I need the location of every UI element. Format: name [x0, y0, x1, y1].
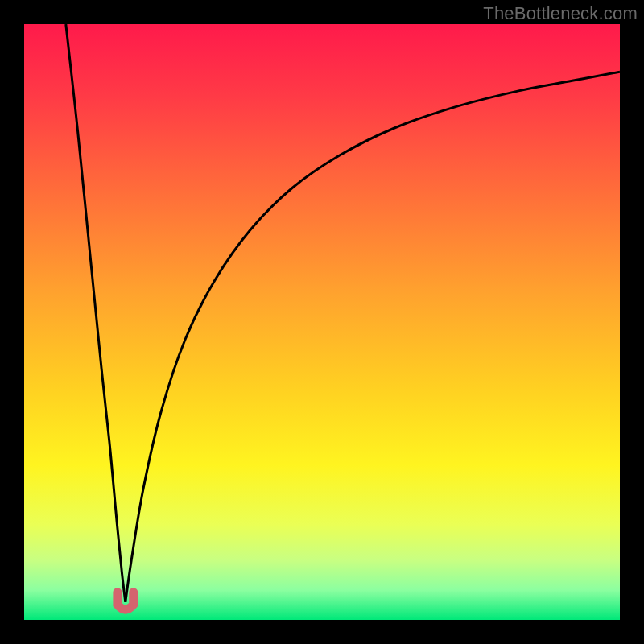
- watermark-text: TheBottleneck.com: [483, 3, 638, 24]
- outer-frame: TheBottleneck.com: [0, 0, 644, 644]
- curve-layer: [24, 24, 620, 620]
- curve-left-branch: [66, 24, 126, 602]
- plot-area: [24, 24, 620, 620]
- curve-right-branch: [126, 72, 620, 602]
